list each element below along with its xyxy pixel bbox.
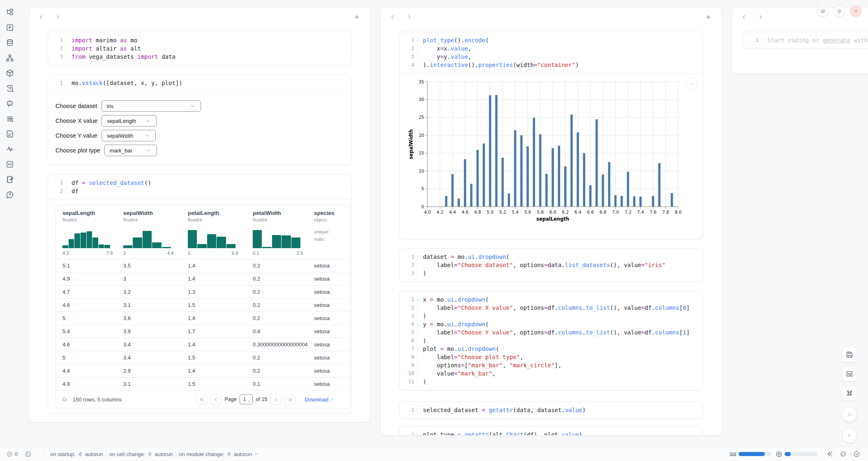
page-select[interactable]: 1 — [240, 394, 253, 404]
run-setting[interactable]: on cell change:autorun — [109, 451, 173, 457]
fold-chevron-icon[interactable]: ⌄ — [417, 322, 419, 326]
code-editor[interactable]: 1⌄x = mo.ui.dropdown(2 label="Choose X v… — [399, 291, 703, 390]
last-page-button[interactable] — [284, 394, 296, 405]
line-number: 1 — [399, 431, 417, 436]
editor-placeholder: Start coding or generate with — [762, 36, 868, 44]
code-editor[interactable]: 1⌄plot_type().encode(2 x=x.value,3 y=y.v… — [399, 32, 703, 73]
column-forward-button[interactable] — [53, 12, 62, 21]
column-header[interactable]: sepalWidthfloat6424.4 — [117, 205, 181, 259]
line-number: 3 — [399, 312, 417, 320]
search-icon[interactable] — [62, 396, 68, 403]
column-header[interactable]: petalLengthfloat6416.9 — [181, 205, 246, 259]
chart-actions-button[interactable] — [686, 78, 698, 90]
line-number: 7⌄ — [399, 345, 417, 353]
table-cell: 4.9 — [56, 272, 117, 286]
code-text: label="Choose X value", options=df.colum… — [417, 304, 703, 312]
terminal-button[interactable] — [23, 451, 34, 457]
column-name: sepalWidth — [123, 210, 175, 216]
fold-chevron-icon[interactable]: ⌄ — [417, 297, 419, 301]
next-page-button[interactable] — [270, 394, 282, 405]
svg-text:10: 10 — [419, 168, 424, 173]
prev-page-button[interactable] — [210, 394, 222, 405]
code-text: x = mo.ui.dropdown( — [417, 295, 703, 304]
code-editor[interactable]: 1⌄dataset = mo.ui.dropdown(2 label="Choo… — [399, 249, 703, 281]
fold-chevron-icon[interactable]: ⌄ — [417, 38, 419, 42]
dropdown-label: Choose dataset — [55, 103, 97, 109]
svg-text:15: 15 — [419, 150, 424, 155]
column-back-button[interactable] — [388, 12, 397, 21]
fold-chevron-icon[interactable]: ⌄ — [417, 254, 419, 258]
save-button[interactable] — [842, 347, 857, 362]
code-text: ).interactive().properties(width="contai… — [417, 61, 703, 69]
dropdown-select[interactable]: mark_bar — [104, 145, 157, 156]
tracing-pulse-icon[interactable] — [5, 144, 15, 154]
package-icon[interactable] — [5, 68, 15, 78]
shutdown-button[interactable] — [850, 5, 861, 17]
code-square-icon[interactable] — [5, 159, 15, 169]
status-left: 0 on startup:autorunon cell change:autor… — [0, 450, 259, 458]
errors-button[interactable]: 0 — [4, 451, 20, 457]
code-line: 6) — [399, 337, 703, 345]
ai-assist-button[interactable] — [825, 451, 834, 458]
code-text: value="mark_bar", — [417, 369, 703, 378]
column-forward-button[interactable] — [756, 12, 765, 21]
code-line: 8 label="Choose plot type", — [399, 353, 703, 361]
fold-chevron-icon[interactable]: ⌄ — [417, 346, 419, 350]
copilot-button[interactable] — [838, 451, 848, 458]
help-chat-icon[interactable] — [5, 190, 15, 200]
code-editor[interactable]: 1plot_type = getattr(alt.Chart(df), plot… — [399, 426, 703, 436]
first-page-button[interactable] — [196, 394, 207, 405]
svg-text:sepalLength: sepalLength — [536, 216, 569, 222]
run-setting[interactable]: on module change:autorun — [179, 451, 259, 457]
database-icon[interactable] — [5, 38, 15, 48]
column-header[interactable]: speciesobjectunique:nulls: — [307, 205, 350, 259]
dependency-graph-icon[interactable] — [5, 53, 15, 63]
bar-chart[interactable]: 051015202530354.04.24.44.64.85.05.25.45.… — [407, 78, 690, 222]
line-number: 2 — [48, 187, 66, 195]
code-text: df — [66, 187, 351, 195]
connection-status-button[interactable] — [852, 451, 861, 458]
dropdown-select[interactable]: iris — [102, 100, 201, 112]
keyboard-shortcuts-button[interactable] — [842, 385, 857, 401]
column-back-button[interactable] — [37, 12, 46, 21]
column-range: 24.4 — [123, 251, 173, 256]
dropdown-select[interactable]: sepalWidth — [102, 130, 156, 141]
code-line: 2 x=x.value, — [399, 44, 703, 53]
table-cell: 1.5 — [181, 378, 246, 391]
scratchpad-icon[interactable] — [5, 175, 15, 184]
run-button[interactable] — [842, 428, 857, 443]
code-editor[interactable]: 1df = selected_dataset()2df — [48, 175, 351, 199]
table-cell: setosa — [307, 259, 350, 272]
empty-cell-editor[interactable]: 1Start coding or generate with — [744, 32, 868, 48]
chat-bot-icon[interactable] — [5, 99, 15, 108]
doc-search-icon[interactable] — [5, 114, 15, 124]
code-editor[interactable]: 1selected_dataset = getattr(data, datase… — [399, 402, 703, 418]
function-square-icon[interactable] — [5, 23, 15, 32]
stop-button[interactable] — [842, 407, 857, 422]
column-header[interactable]: petalWidthfloat640.12.5 — [246, 205, 307, 259]
run-setting[interactable]: on startup:autorun — [50, 451, 103, 457]
table-cell: 3.6 — [117, 312, 181, 325]
marimo-app: 1import marimo as mo2import altair as al… — [0, 0, 868, 461]
logs-scroll-icon[interactable] — [5, 83, 15, 93]
column-header[interactable]: sepalLengthfloat644.37.9 — [56, 205, 117, 259]
add-cell-button[interactable] — [352, 12, 361, 21]
svg-text:5.4: 5.4 — [512, 210, 519, 214]
column-forward-button[interactable] — [404, 12, 413, 21]
code-editor[interactable]: 1mo.vstack([dataset, x, y, plot]) — [48, 75, 351, 91]
code-line: 5 label="Choose Y value", options=df.col… — [399, 328, 703, 337]
menu-button[interactable] — [817, 5, 829, 17]
download-link[interactable]: Download — [305, 396, 335, 403]
code-line: 2import altair as alt — [48, 44, 351, 53]
add-cell-button[interactable] — [704, 12, 713, 21]
error-count: 0 — [15, 451, 18, 457]
layout-toggle-button[interactable] — [842, 366, 857, 382]
dropdown-select[interactable]: sepalLength — [102, 115, 157, 127]
column-back-button[interactable] — [739, 12, 748, 21]
column-panel-left: 1import marimo as mo2import altair as al… — [29, 7, 371, 422]
run-setting-value: autorun — [234, 451, 252, 457]
settings-button[interactable] — [833, 5, 845, 17]
snippets-icon[interactable] — [5, 129, 15, 139]
file-tree-icon[interactable] — [5, 7, 15, 17]
code-editor[interactable]: 1import marimo as mo2import altair as al… — [48, 32, 351, 65]
